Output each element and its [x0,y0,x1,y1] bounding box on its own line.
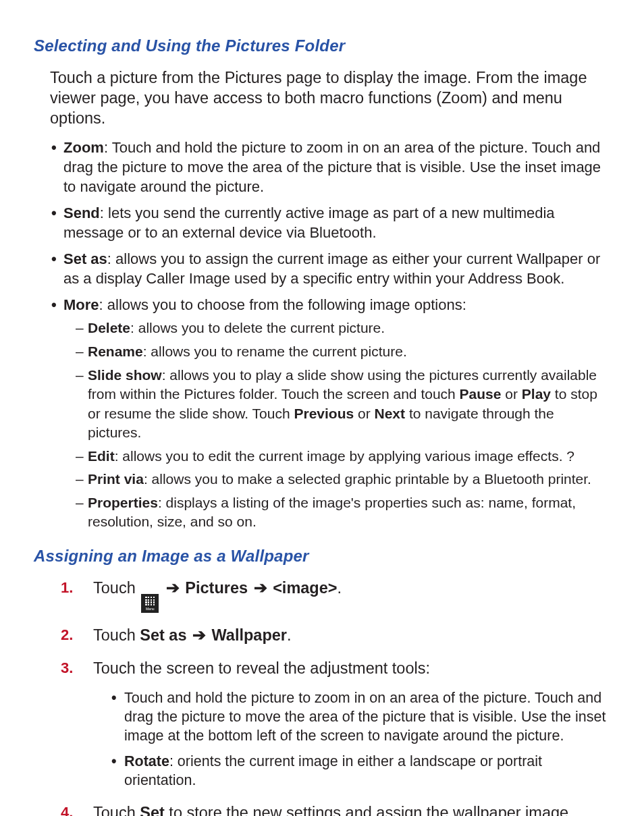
step-item: Touch the screen to reveal the adjustmen… [61,658,610,790]
desc-text: : allows you to edit the current image b… [115,448,574,464]
steps-list: Touch Menu ➔ Pictures ➔ <image>. Touch S… [61,578,610,816]
desc-text: to store the new settings and assign the… [165,804,573,816]
step-text: Touch [93,626,140,644]
list-item: Set as: allows you to assign the current… [50,249,610,288]
list-item: Zoom: Touch and hold the picture to zoom… [50,138,610,196]
term-edit: Edit [88,448,115,464]
desc-text: : allows you to make a selected graphic … [144,471,591,487]
step-item: Touch Menu ➔ Pictures ➔ <image>. [61,578,610,613]
step-item: Touch Set to store the new settings and … [61,803,610,816]
desc-text: or [354,406,374,421]
term-pause: Pause [460,386,502,402]
list-item: Edit: allows you to edit the current ima… [63,447,610,466]
term-delete: Delete [88,320,130,335]
action-set: Set [140,804,165,816]
arrow-icon: ➔ [192,626,206,644]
list-item: Delete: allows you to delete the current… [63,319,610,338]
list-item: More: allows you to choose from the foll… [50,295,610,532]
more-sub-list: Delete: allows you to delete the current… [63,319,610,531]
desc-text: : displays a listing of the image's prop… [88,495,576,530]
nav-image-placeholder: <image> [273,579,337,597]
desc-text: Touch and hold the picture to zoom in on… [124,690,606,744]
list-item: Rotate: orients the current image in eit… [109,753,610,790]
term-rename: Rename [88,344,143,359]
menu-icon: Menu [141,594,159,613]
term-rotate: Rotate [124,753,169,769]
list-item: Slide show: allows you to play a slide s… [63,366,610,443]
term-zoom: Zoom [63,139,104,156]
nav-set-as: Set as [140,626,186,644]
manual-page: Selecting and Using the Pictures Folder … [0,0,644,816]
period: . [338,579,342,597]
section-heading-pictures-folder: Selecting and Using the Pictures Folder [34,36,610,55]
arrow-icon: ➔ [254,579,267,597]
desc-text: : lets you send the currently active ima… [63,205,555,241]
arrow-icon: ➔ [166,579,180,597]
term-print-via: Print via [88,471,144,487]
nav-wallpaper: Wallpaper [212,626,287,644]
step-text: Touch [93,579,140,597]
desc-text: : orients the current image in either a … [124,753,542,788]
step-inner-list: Touch and hold the picture to zoom in on… [109,689,610,790]
term-play: Play [522,386,551,402]
term-more: More [63,296,99,313]
step-text: Touch the screen to reveal the adjustmen… [93,659,430,677]
term-previous: Previous [294,406,354,421]
step-item: Touch Set as ➔ Wallpaper. [61,625,610,647]
primary-options-list: Zoom: Touch and hold the picture to zoom… [50,138,610,532]
term-set-as: Set as [63,250,107,267]
list-item: Rename: allows you to rename the current… [63,342,610,362]
term-properties: Properties [88,495,158,510]
desc-text: : allows you to assign the current image… [63,250,600,287]
list-item: Touch and hold the picture to zoom in on… [109,689,610,746]
list-item: Print via: allows you to make a selected… [63,470,610,489]
desc-text: : allows you to choose from the followin… [99,296,466,313]
term-send: Send [63,205,100,221]
desc-text: or [501,386,521,402]
term-slide-show: Slide show [88,367,162,383]
desc-text: : allows you to delete the current pictu… [130,320,385,335]
period: . [287,626,292,644]
list-item: Send: lets you send the currently active… [50,203,610,242]
intro-paragraph: Touch a picture from the Pictures page t… [50,67,610,128]
term-next: Next [375,406,406,421]
step-text: Touch [93,804,140,816]
menu-icon-label: Menu [146,607,155,611]
desc-text: : Touch and hold the picture to zoom in … [63,139,601,195]
apps-grid-icon [145,597,155,606]
nav-pictures: Pictures [185,579,248,597]
section-heading-wallpaper: Assigning an Image as a Wallpaper [34,547,610,566]
desc-text: : allows you to rename the current pictu… [143,344,407,359]
list-item: Properties: displays a listing of the im… [63,493,610,532]
